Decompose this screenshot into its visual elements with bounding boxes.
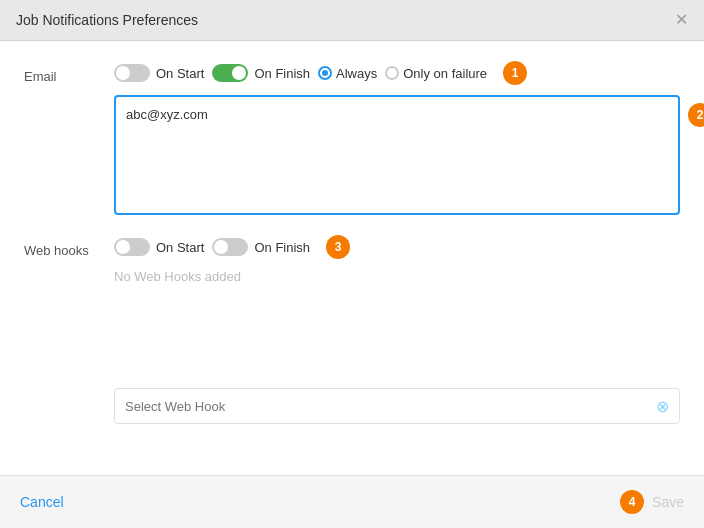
email-label: Email [24,61,114,84]
close-button[interactable]: ✕ [675,12,688,28]
dialog-footer: Cancel 4 Save [0,475,704,528]
webhook-input-row: ⊗ [114,388,680,424]
radio-always-label: Always [336,66,377,81]
footer-right: 4 Save [612,488,684,516]
email-on-start-label: On Start [156,66,204,81]
dialog-header: Job Notifications Preferences ✕ [0,0,704,41]
webhooks-on-finish-toggle-wrap[interactable]: On Finish [212,238,310,256]
webhooks-on-start-label: On Start [156,240,204,255]
email-toggle-row: On Start On Finish Always [114,61,680,85]
email-on-start-thumb [116,66,130,80]
webhook-input[interactable] [125,399,656,414]
step-badge-1: 1 [503,61,527,85]
radio-always[interactable]: Always [318,66,377,81]
email-on-finish-label: On Finish [254,66,310,81]
webhooks-empty-message: No Web Hooks added [114,269,680,284]
email-on-finish-toggle-wrap[interactable]: On Finish [212,64,310,82]
email-on-start-toggle[interactable] [114,64,150,82]
radio-only-on-failure-circle [385,66,399,80]
radio-only-on-failure[interactable]: Only on failure [385,66,487,81]
email-on-finish-toggle[interactable] [212,64,248,82]
save-button[interactable]: Save [652,488,684,516]
step-badge-3: 3 [326,235,350,259]
step-badge-2: 2 [688,103,704,127]
webhooks-on-start-toggle-wrap[interactable]: On Start [114,238,204,256]
radio-always-circle [318,66,332,80]
webhooks-empty-area [114,300,680,380]
job-notifications-dialog: Job Notifications Preferences ✕ Email On… [0,0,704,528]
webhooks-label: Web hooks [24,235,114,258]
webhooks-on-finish-toggle[interactable] [212,238,248,256]
webhooks-on-start-toggle[interactable] [114,238,150,256]
email-textarea-wrap: abc@xyz.com 2 [114,95,680,219]
dialog-body: Email On Start On Finis [0,41,704,475]
webhooks-toggle-row: On Start On Finish 3 [114,235,680,259]
step-badge-4: 4 [620,490,644,514]
webhooks-on-finish-label: On Finish [254,240,310,255]
webhooks-section-row: Web hooks On Start On F [24,235,680,424]
webhook-clear-icon[interactable]: ⊗ [656,397,669,416]
email-controls: On Start On Finish Always [114,61,680,219]
webhooks-on-start-thumb [116,240,130,254]
dialog-title: Job Notifications Preferences [16,12,198,28]
radio-only-on-failure-label: Only on failure [403,66,487,81]
email-on-finish-thumb [232,66,246,80]
webhooks-controls: On Start On Finish 3 No Web Hooks added [114,235,680,424]
email-on-start-toggle-wrap[interactable]: On Start [114,64,204,82]
email-textarea[interactable]: abc@xyz.com [114,95,680,215]
email-section-row: Email On Start On Finis [24,61,680,219]
webhooks-on-finish-thumb [214,240,228,254]
cancel-button[interactable]: Cancel [20,488,64,516]
